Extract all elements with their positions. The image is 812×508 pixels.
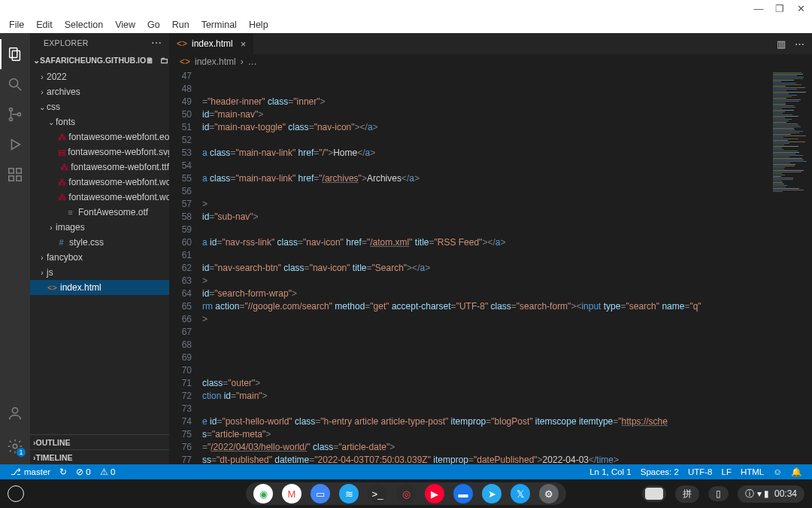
menu-file[interactable]: File [3,18,30,32]
dock-app-icon[interactable]: ▭ [311,484,330,503]
split-editor-icon[interactable]: ▥ [777,38,786,50]
ime-indicator[interactable]: 拼 [675,485,699,503]
language-mode[interactable]: HTML [736,467,768,477]
dock-app-icon[interactable]: ⚙ [539,484,559,503]
svg-point-12 [12,408,17,413]
editor-group: <> index.html × ▥ ⋯ <> index.html › … 47… [169,33,812,464]
close-button[interactable]: ✕ [795,3,806,14]
settings-badge: 1 [17,448,26,457]
tree-item[interactable]: ›<>index.html [30,280,169,295]
tree-item[interactable]: ›2022 [30,69,169,84]
maximize-button[interactable]: ❐ [774,3,785,14]
dock-app-icon[interactable]: ▶ [425,484,444,503]
svg-point-6 [17,113,20,116]
outline-section[interactable]: › OUTLINE [30,434,169,449]
tab-more-icon[interactable]: ⋯ [795,38,804,50]
dock-app-icon[interactable]: >_ [368,484,387,503]
dock-app-icon[interactable]: ▬ [453,484,473,503]
system-tray[interactable]: ⓘ ▾ ▮ 00:34 [738,485,804,503]
sidebar-title: EXPLORER [44,38,89,47]
tree-item[interactable]: ›images [30,220,169,235]
sidebar-more-icon[interactable]: ⋯ [151,37,162,49]
tree-item[interactable]: ›fancybox [30,250,169,265]
tree-item[interactable]: ›js [30,265,169,280]
settings-gear-icon[interactable]: 1 [0,431,30,461]
file-icon: ⁂ [58,193,66,202]
tree-item-label: fontawesome-webfont.woff2 [68,192,169,202]
outline-label: OUTLINE [36,438,71,447]
sidebar-root-section[interactable]: ⌄ SAFARICHEUNG.GITHUB.IO 🗎 🗀 ↻ ⊟ [30,53,169,68]
timeline-section[interactable]: › TIMELINE [30,449,169,464]
tree-item[interactable]: ›⁂fontawesome-webfont.eot [30,129,169,144]
tree-item[interactable]: ⌄css [30,99,169,114]
minimize-button[interactable]: — [753,3,764,14]
explorer-icon[interactable] [0,39,30,69]
menu-help[interactable]: Help [243,18,274,32]
accounts-icon[interactable] [0,398,30,428]
breadcrumb[interactable]: <> index.html › … [169,54,812,69]
notifications-icon[interactable]: 🔔 [786,467,806,477]
desk-switcher[interactable] [642,485,666,502]
phone-hub-icon[interactable]: ▯ [708,486,729,501]
svg-point-2 [10,79,18,87]
chevron-right-icon: › [38,88,47,96]
dock-app-icon[interactable]: 𝕏 [511,484,530,503]
tree-item-label: archives [47,87,80,97]
chevron-right-icon: › [38,269,47,277]
branch-name: master [24,467,50,476]
menu-edit[interactable]: Edit [30,18,59,32]
breadcrumb-trail: … [248,56,257,67]
errors-indicator[interactable]: ⊘ 0 [71,467,95,477]
menu-terminal[interactable]: Terminal [195,18,243,32]
activity-bar: 1 [0,33,30,464]
dock-app-icon[interactable]: ≋ [339,484,359,503]
html-file-icon: <> [180,56,190,67]
svg-point-4 [9,108,12,111]
dock-app-icon[interactable]: ➤ [482,484,501,503]
dock-app-icon[interactable]: M [282,484,301,503]
indentation-setting[interactable]: Spaces: 2 [636,467,683,477]
minimap[interactable] [770,69,812,464]
code-editor[interactable]: ="header-inner" class="inner">id="main-n… [202,69,770,464]
tree-item[interactable]: ›▤fontawesome-webfont.svg [30,144,169,160]
search-icon[interactable] [0,69,30,99]
branch-icon: ⎇ [11,467,21,477]
tree-item[interactable]: ›archives [30,84,169,99]
warnings-indicator[interactable]: ⚠ 0 [95,467,120,477]
dock-app-icon[interactable]: ◎ [396,484,416,503]
tree-item[interactable]: ›⁂fontawesome-webfont.woff2 [30,190,169,205]
menu-go[interactable]: Go [141,18,166,32]
new-file-icon[interactable]: 🗎 [146,56,154,65]
branch-indicator[interactable]: ⎇ master [6,467,55,477]
new-folder-icon[interactable]: 🗀 [160,56,168,65]
run-debug-icon[interactable] [0,129,30,160]
menu-view[interactable]: View [109,18,141,32]
extensions-icon[interactable] [0,160,30,190]
tree-item[interactable]: ⌄fonts [30,114,169,129]
file-icon: ≡ [65,208,76,217]
tree-item[interactable]: ›⁂fontawesome-webfont.ttf [30,160,169,175]
sync-button[interactable]: ↻ [55,467,71,477]
menu-selection[interactable]: Selection [59,18,109,32]
encoding-setting[interactable]: UTF-8 [683,467,717,477]
source-control-icon[interactable] [0,99,30,129]
feedback-icon[interactable]: ☺ [768,467,786,477]
tree-item-label: fonts [56,117,75,127]
tree-item[interactable]: ›≡FontAwesome.otf [30,205,169,220]
close-tab-icon[interactable]: × [241,38,247,50]
tree-item-label: js [47,267,53,278]
eol-setting[interactable]: LF [717,467,736,477]
status-icons: ⓘ ▾ ▮ [745,488,769,500]
menubar: FileEditSelectionViewGoRunTerminalHelp [0,17,812,33]
tab-index-html[interactable]: <> index.html × [169,33,253,54]
svg-point-5 [9,117,12,120]
tree-item-label: index.html [60,282,102,293]
cursor-position[interactable]: Ln 1, Col 1 [585,467,636,477]
launcher-icon[interactable] [8,485,24,502]
menu-run[interactable]: Run [166,18,195,32]
tree-item[interactable]: ›#style.css [30,235,169,250]
file-icon: ⁂ [58,178,66,187]
svg-rect-9 [9,176,14,181]
dock-app-icon[interactable]: ◉ [253,484,273,503]
tree-item[interactable]: ›⁂fontawesome-webfont.woff [30,175,169,190]
